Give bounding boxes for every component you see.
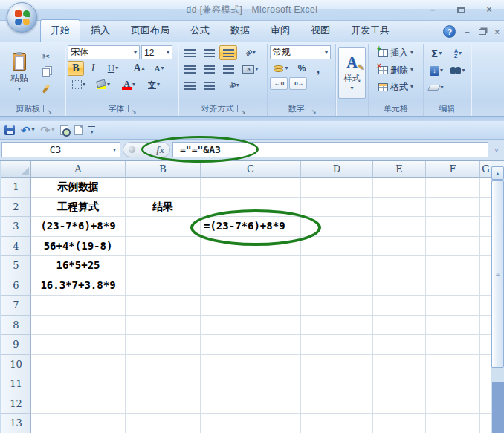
row-header-3[interactable]: 3	[1, 217, 31, 237]
sort-filter-button[interactable]: AZ ▾	[448, 45, 468, 62]
cell-B1[interactable]	[126, 178, 201, 198]
tab-公式[interactable]: 公式	[180, 19, 220, 42]
undo-button[interactable]: ↶▾	[21, 125, 35, 136]
find-select-button[interactable]: ▾	[448, 62, 468, 79]
font-dialog-launcher[interactable]	[128, 105, 135, 112]
cell-E3[interactable]	[373, 217, 426, 237]
cell-B6[interactable]	[126, 276, 201, 296]
cell-A2[interactable]: 工程算式	[31, 198, 126, 218]
cell-E12[interactable]	[373, 394, 426, 414]
cell-C5[interactable]	[201, 256, 301, 276]
grow-font-button[interactable]: A ▴	[129, 61, 149, 76]
row-header-5[interactable]: 5	[1, 256, 31, 276]
cell-D6[interactable]	[301, 276, 373, 296]
close-button[interactable]: ×	[480, 3, 498, 16]
row-header-6[interactable]: 6	[1, 276, 31, 296]
cell-F13[interactable]	[426, 414, 480, 433]
cell-D8[interactable]	[301, 316, 373, 336]
cell-A11[interactable]	[31, 374, 126, 394]
clipboard-dialog-launcher[interactable]	[43, 105, 51, 112]
help-button[interactable]: ?	[443, 25, 456, 38]
maximize-button[interactable]	[452, 3, 470, 16]
cell-C4[interactable]	[201, 237, 301, 257]
scrollbar-thumb[interactable]: ≡	[491, 180, 504, 368]
shrink-font-button[interactable]: A ▾	[150, 61, 168, 76]
cell-E5[interactable]	[373, 256, 426, 276]
cell-B11[interactable]	[126, 374, 201, 394]
cell-F1[interactable]	[426, 178, 480, 198]
expand-formula-bar-button[interactable]: ▿	[491, 146, 503, 154]
split-handle[interactable]	[491, 161, 504, 166]
cell-A13[interactable]	[31, 414, 126, 433]
cell-B3[interactable]	[126, 217, 201, 237]
cell-A4[interactable]: 56+4*(19-8)	[31, 237, 126, 257]
underline-button[interactable]: U ▾	[102, 61, 124, 76]
redo-button[interactable]: ↷▾	[41, 125, 55, 136]
cell-B9[interactable]	[126, 335, 201, 355]
save-button[interactable]	[4, 125, 15, 135]
font-color-button[interactable]: A ▾	[117, 77, 140, 92]
row-header-10[interactable]: 10	[1, 355, 31, 375]
alignment-dialog-launcher[interactable]	[237, 105, 245, 112]
column-header-C[interactable]: C	[201, 161, 301, 178]
align-bottom-button[interactable]	[219, 45, 237, 60]
column-header-D[interactable]: D	[301, 161, 373, 178]
cell-E2[interactable]	[373, 198, 426, 218]
cell-F4[interactable]	[426, 237, 480, 257]
delete-cells-button[interactable]: 删除 ▾	[371, 62, 421, 77]
cell-F7[interactable]	[426, 296, 480, 316]
cell-D13[interactable]	[301, 414, 373, 433]
number-dialog-launcher[interactable]	[308, 105, 315, 112]
cell-D12[interactable]	[301, 394, 373, 414]
cell-D7[interactable]	[301, 296, 373, 316]
scrollbar-track-lower[interactable]	[492, 382, 504, 433]
column-header-F[interactable]: F	[426, 161, 480, 178]
cut-button[interactable]: ✂	[37, 49, 55, 64]
cell-F6[interactable]	[426, 276, 480, 296]
cell-D1[interactable]	[301, 178, 373, 198]
tab-插入[interactable]: 插入	[80, 19, 120, 42]
cell-E7[interactable]	[373, 296, 426, 316]
increase-indent-button[interactable]	[200, 78, 218, 93]
align-center-button[interactable]	[200, 62, 218, 76]
column-header-E[interactable]: E	[373, 161, 426, 178]
cell-D3[interactable]	[301, 217, 373, 237]
cell-A12[interactable]	[31, 394, 126, 414]
select-all-button[interactable]	[1, 161, 31, 178]
cell-D2[interactable]	[301, 198, 373, 218]
cell-E4[interactable]	[373, 237, 426, 257]
cell-C9[interactable]	[201, 335, 301, 355]
cell-B8[interactable]	[126, 316, 201, 336]
comma-style-button[interactable]: ,	[311, 61, 325, 76]
copy-button[interactable]	[37, 65, 55, 80]
row-header-9[interactable]: 9	[1, 335, 31, 355]
cell-C11[interactable]	[201, 374, 301, 394]
cell-E1[interactable]	[373, 178, 426, 198]
cell-E11[interactable]	[373, 374, 426, 394]
row-header-8[interactable]: 8	[1, 316, 31, 336]
cell-C12[interactable]	[201, 394, 301, 414]
cell-A6[interactable]: 16.3*7+3.8*9	[31, 276, 126, 296]
merge-center-button[interactable]: a▾	[241, 62, 260, 76]
cell-F9[interactable]	[426, 335, 480, 355]
clear-button[interactable]: ▾	[426, 79, 447, 96]
cell-C13[interactable]	[201, 414, 301, 433]
row-header-13[interactable]: 13	[1, 414, 31, 433]
insert-function-button[interactable]: fx	[123, 142, 170, 157]
cell-B10[interactable]	[126, 355, 201, 375]
cell-F5[interactable]	[426, 256, 480, 276]
cell-A10[interactable]	[31, 355, 126, 375]
tab-视图[interactable]: 视图	[300, 19, 340, 42]
cell-D4[interactable]	[301, 237, 373, 257]
cell-F12[interactable]	[426, 394, 480, 414]
align-left-button[interactable]	[181, 62, 198, 76]
cell-styles-button[interactable]: A 样式 ▾	[338, 47, 366, 99]
cell-D10[interactable]	[301, 355, 373, 375]
row-header-4[interactable]: 4	[1, 237, 31, 257]
cell-D5[interactable]	[301, 256, 373, 276]
font-name-combo[interactable]: 宋体 ▾	[68, 45, 140, 59]
cell-E9[interactable]	[373, 335, 426, 355]
decrease-decimal-button[interactable]: .0→	[289, 77, 307, 90]
cell-F11[interactable]	[426, 374, 480, 394]
tab-页面布局[interactable]: 页面布局	[120, 19, 180, 42]
